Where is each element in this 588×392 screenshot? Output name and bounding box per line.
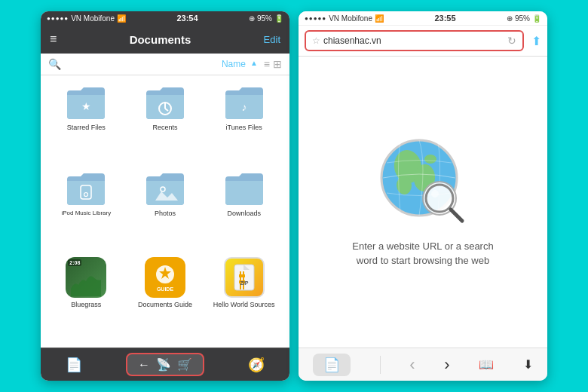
- file-label: Recents: [152, 124, 177, 132]
- file-label: iTunes Files: [226, 124, 262, 132]
- svg-rect-12: [239, 274, 245, 277]
- list-item[interactable]: GUIDE Documents Guide: [127, 253, 204, 341]
- search-icon[interactable]: 🔍: [48, 58, 61, 70]
- phones-container: ●●●●● VN Mobifone 📶 23:54 ⊕ 95% 🔋 ≡ Docu…: [41, 11, 547, 381]
- doc-button[interactable]: 📄: [60, 354, 88, 376]
- list-item[interactable]: Recents: [127, 81, 204, 164]
- doc-button-right[interactable]: 📄: [313, 354, 351, 376]
- folder-itunes-icon: ♪: [224, 86, 265, 121]
- list-item[interactable]: ★ Starred Files: [48, 81, 124, 164]
- url-text: chiasenhac.vn: [323, 35, 504, 46]
- battery-right: 95%: [515, 14, 530, 23]
- globe-container: [378, 136, 468, 227]
- list-view-icon[interactable]: ≡: [264, 58, 270, 70]
- folder-recents-icon: [145, 86, 185, 121]
- back-icon[interactable]: ←: [138, 358, 150, 372]
- book-icon[interactable]: 📖: [479, 357, 494, 372]
- back-arrow-icon[interactable]: ‹: [409, 355, 415, 375]
- file-label: Downloads: [227, 210, 261, 218]
- app-icon-zip: ZIP: [224, 257, 265, 298]
- doc-icon-right: 📄: [323, 357, 340, 372]
- list-item[interactable]: iPod Music Library: [48, 167, 124, 250]
- file-label: Documents Guide: [138, 301, 192, 309]
- svg-text:ZIP: ZIP: [240, 280, 248, 286]
- toolbar-separator: [380, 356, 381, 374]
- list-item[interactable]: Downloads: [206, 167, 282, 250]
- wifi-broadcast-icon[interactable]: 📡: [156, 357, 171, 372]
- menu-icon[interactable]: ≡: [50, 32, 57, 46]
- list-item[interactable]: ZIP Hello World Sources: [206, 253, 282, 341]
- battery-left: 95%: [257, 14, 272, 23]
- right-bottom-toolbar: 📄 ‹ › 📖 ⬇: [299, 348, 547, 381]
- globe-icon: [378, 136, 468, 227]
- file-label: Hello World Sources: [213, 301, 275, 309]
- svg-text:♪: ♪: [241, 101, 247, 113]
- left-bottom-toolbar: 📄 ← 📡 🛒 🧭: [41, 348, 289, 381]
- svg-point-24: [431, 190, 439, 198]
- app-icon-guide: GUIDE: [145, 257, 185, 298]
- toolbar-active-group: ← 📡 🛒: [126, 353, 204, 376]
- wifi-icon-left: 📶: [117, 14, 126, 23]
- battery-icon-left: 🔋: [274, 14, 283, 23]
- file-label: Starred Files: [67, 124, 106, 132]
- forward-arrow-icon[interactable]: ›: [444, 355, 449, 375]
- file-grid: ★ Starred Files Recents: [41, 75, 289, 348]
- url-share-icon[interactable]: ⬆: [531, 34, 541, 48]
- nav-title: Documents: [130, 33, 191, 46]
- download-icon[interactable]: ⬇: [523, 357, 533, 372]
- file-label: iPod Music Library: [61, 210, 111, 217]
- browser-content: Enter a website URL or a search word to …: [299, 57, 547, 348]
- url-reload-icon[interactable]: ↻: [507, 35, 516, 47]
- file-label: Photos: [155, 210, 176, 218]
- signal-dots-right: ●●●●●: [305, 15, 326, 22]
- url-star-icon: ☆: [312, 35, 320, 46]
- left-status-bar: ●●●●● VN Mobifone 📶 23:54 ⊕ 95% 🔋: [41, 11, 289, 25]
- folder-ipod-icon: [66, 172, 106, 207]
- grid-view-icon[interactable]: ⊞: [273, 58, 282, 70]
- time-right: 23:55: [434, 14, 455, 23]
- wifi-icon-right: 📶: [375, 14, 384, 23]
- location-icon-left: ⊕: [249, 14, 255, 23]
- right-status-bar: ●●●●● VN Mobifone 📶 23:55 ⊕ 95% 🔋: [299, 11, 547, 26]
- folder-downloads-icon: [224, 172, 265, 207]
- file-label: Bluegrass: [71, 301, 101, 309]
- svg-line-23: [451, 210, 462, 221]
- battery-icon-right: 🔋: [532, 14, 541, 23]
- list-item[interactable]: 2:08 Bluegrass: [48, 253, 124, 341]
- sort-name-label[interactable]: Name: [222, 59, 246, 69]
- browse-text: Enter a website URL or a search word to …: [348, 239, 498, 268]
- svg-point-19: [424, 155, 436, 164]
- location-icon-right: ⊕: [507, 14, 513, 23]
- carrier-name-right: VN Mobifone: [329, 14, 372, 23]
- compass-button[interactable]: 🧭: [242, 354, 271, 376]
- list-item[interactable]: Photos: [127, 167, 204, 250]
- time-left: 23:54: [176, 14, 198, 23]
- sort-arrow-icon[interactable]: ▲: [250, 59, 258, 69]
- compass-icon: 🧭: [248, 357, 265, 373]
- edit-button[interactable]: Edit: [264, 34, 280, 45]
- url-input-field[interactable]: ☆ chiasenhac.vn ↻: [305, 30, 524, 51]
- folder-starred-icon: ★: [66, 86, 106, 121]
- svg-text:★: ★: [81, 100, 91, 112]
- list-item[interactable]: ♪ iTunes Files: [206, 81, 282, 164]
- right-phone: ●●●●● VN Mobifone 📶 23:55 ⊕ 95% 🔋 ☆ chia…: [299, 11, 547, 381]
- folder-photos-icon: [145, 172, 185, 207]
- url-bar: ☆ chiasenhac.vn ↻ ⬆: [299, 26, 547, 57]
- search-sort-bar: 🔍 Name ▲ ≡ ⊞: [41, 54, 289, 75]
- bluegrass-time-badge: 2:08: [68, 259, 81, 266]
- nav-bar: ≡ Documents Edit: [41, 25, 289, 54]
- doc-icon: 📄: [66, 357, 82, 373]
- carrier-name: VN Mobifone: [71, 14, 115, 23]
- cart-icon[interactable]: 🛒: [177, 357, 192, 372]
- left-phone: ●●●●● VN Mobifone 📶 23:54 ⊕ 95% 🔋 ≡ Docu…: [41, 11, 289, 381]
- app-icon-bluegrass: 2:08: [66, 257, 106, 298]
- signal-dots: ●●●●●: [47, 15, 69, 22]
